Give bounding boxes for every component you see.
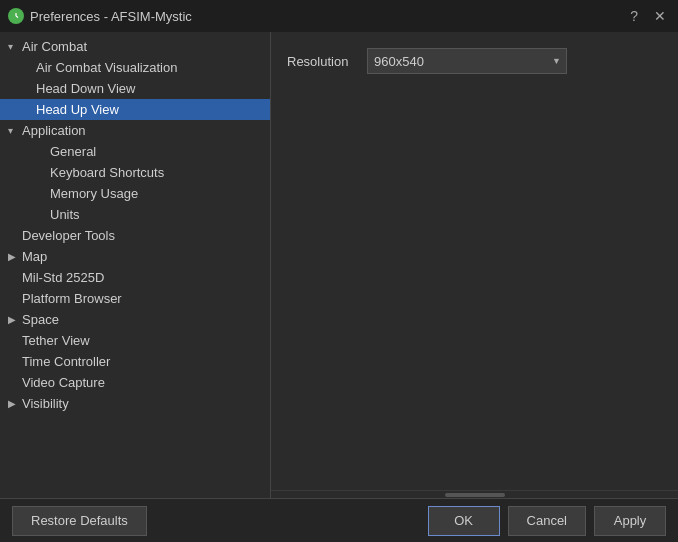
close-button[interactable]: ✕ — [650, 6, 670, 26]
tree-label-map: Map — [22, 249, 262, 264]
title-bar-left: Preferences - AFSIM-Mystic — [8, 8, 192, 24]
ok-button[interactable]: OK — [428, 506, 500, 536]
tree-label-units: Units — [50, 207, 262, 222]
bottom-right-buttons: OK Cancel Apply — [428, 506, 666, 536]
tree-label-air-combat-visualization: Air Combat Visualization — [36, 60, 262, 75]
title-bar-controls: ? ✕ — [626, 6, 670, 26]
sidebar-item-memory-usage[interactable]: Memory Usage — [0, 183, 270, 204]
window-title: Preferences - AFSIM-Mystic — [30, 9, 192, 24]
tree-label-head-down-view: Head Down View — [36, 81, 262, 96]
sidebar-item-head-up-view[interactable]: Head Up View — [0, 99, 270, 120]
bottom-scroll-panel — [271, 490, 678, 498]
sidebar-item-developer-tools[interactable]: Developer Tools — [0, 225, 270, 246]
tree-arrow-visibility: ▶ — [8, 398, 22, 409]
tree-label-keyboard-shortcuts: Keyboard Shortcuts — [50, 165, 262, 180]
sidebar-item-tether-view[interactable]: Tether View — [0, 330, 270, 351]
sidebar-item-mil-std-2525d[interactable]: Mil-Std 2525D — [0, 267, 270, 288]
tree-label-mil-std-2525d: Mil-Std 2525D — [22, 270, 262, 285]
resolution-select-wrapper[interactable]: 640x480800x600960x5401280x7201920x1080 — [367, 48, 567, 74]
sidebar-item-general[interactable]: General — [0, 141, 270, 162]
sidebar-item-video-capture[interactable]: Video Capture — [0, 372, 270, 393]
resolution-select[interactable]: 640x480800x600960x5401280x7201920x1080 — [367, 48, 567, 74]
tree-label-visibility: Visibility — [22, 396, 262, 411]
tree-arrow-air-combat: ▾ — [8, 41, 22, 52]
sidebar-item-air-combat-visualization[interactable]: Air Combat Visualization — [0, 57, 270, 78]
tree-label-video-capture: Video Capture — [22, 375, 262, 390]
cancel-button[interactable]: Cancel — [508, 506, 586, 536]
right-panel: Resolution 640x480800x600960x5401280x720… — [270, 32, 678, 498]
sidebar-item-platform-browser[interactable]: Platform Browser — [0, 288, 270, 309]
sidebar-item-units[interactable]: Units — [0, 204, 270, 225]
tree-label-space: Space — [22, 312, 262, 327]
app-icon — [8, 8, 24, 24]
title-bar: Preferences - AFSIM-Mystic ? ✕ — [0, 0, 678, 32]
tree-label-platform-browser: Platform Browser — [22, 291, 262, 306]
restore-defaults-button[interactable]: Restore Defaults — [12, 506, 147, 536]
tree-arrow-map: ▶ — [8, 251, 22, 262]
tree-arrow-space: ▶ — [8, 314, 22, 325]
sidebar-item-map[interactable]: ▶Map — [0, 246, 270, 267]
tree-label-tether-view: Tether View — [22, 333, 262, 348]
tree-label-memory-usage: Memory Usage — [50, 186, 262, 201]
tree-label-time-controller: Time Controller — [22, 354, 262, 369]
bottom-bar: Restore Defaults OK Cancel Apply — [0, 498, 678, 542]
sidebar-item-head-down-view[interactable]: Head Down View — [0, 78, 270, 99]
sidebar: ▾Air CombatAir Combat VisualizationHead … — [0, 32, 270, 498]
tree-label-application: Application — [22, 123, 262, 138]
sidebar-item-air-combat[interactable]: ▾Air Combat — [0, 36, 270, 57]
sidebar-item-space[interactable]: ▶Space — [0, 309, 270, 330]
sidebar-item-time-controller[interactable]: Time Controller — [0, 351, 270, 372]
apply-button[interactable]: Apply — [594, 506, 666, 536]
tree-label-air-combat: Air Combat — [22, 39, 262, 54]
tree-arrow-application: ▾ — [8, 125, 22, 136]
resolution-row: Resolution 640x480800x600960x5401280x720… — [287, 48, 662, 74]
tree-label-developer-tools: Developer Tools — [22, 228, 262, 243]
panel-content: Resolution 640x480800x600960x5401280x720… — [271, 32, 678, 490]
sidebar-item-application[interactable]: ▾Application — [0, 120, 270, 141]
tree-label-head-up-view: Head Up View — [36, 102, 262, 117]
sidebar-item-visibility[interactable]: ▶Visibility — [0, 393, 270, 414]
resolution-label: Resolution — [287, 54, 357, 69]
scroll-thumb — [445, 493, 505, 497]
main-content: ▾Air CombatAir Combat VisualizationHead … — [0, 32, 678, 498]
tree-label-general: General — [50, 144, 262, 159]
sidebar-item-keyboard-shortcuts[interactable]: Keyboard Shortcuts — [0, 162, 270, 183]
help-button[interactable]: ? — [626, 6, 642, 26]
